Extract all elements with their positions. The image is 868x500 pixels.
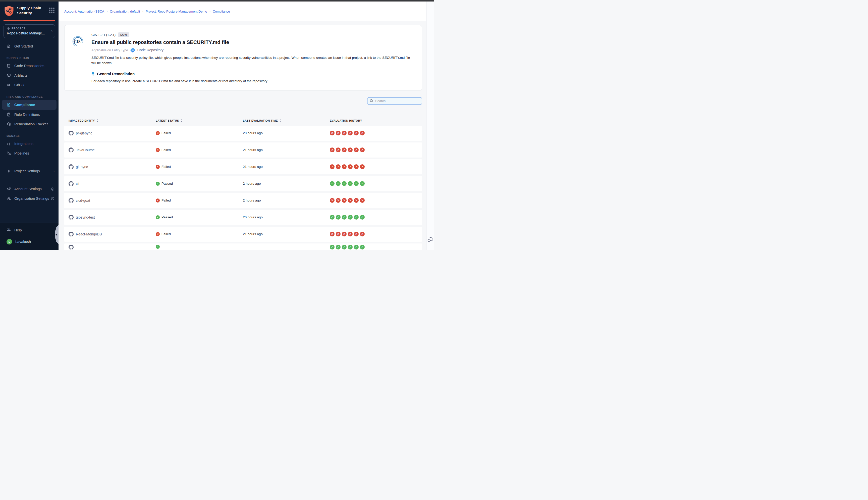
history-failed-icon[interactable]: ✕ <box>354 232 359 236</box>
entity-name[interactable]: cicd-goat <box>76 198 90 203</box>
sidebar-item-rule-definitions[interactable]: Rule Definitions <box>0 110 59 120</box>
breadcrumb-organization[interactable]: Organization: default <box>110 10 140 13</box>
history-failed-icon[interactable]: ✕ <box>330 130 335 135</box>
history-failed-icon[interactable]: ✕ <box>360 130 365 135</box>
breadcrumb-project[interactable]: Project: Repo Posture Management Demo <box>146 10 207 13</box>
history-passed-icon[interactable]: ✓ <box>336 215 340 219</box>
sidebar-item-label: Project Settings <box>14 169 40 173</box>
history-failed-icon[interactable]: ✕ <box>336 147 340 152</box>
table-row[interactable]: git-sync ✕ Failed 21 hours ago ✕✕✕✕✕✕ <box>64 159 422 174</box>
table-row[interactable]: ✓ ✓✓✓✓✓✓ <box>64 243 422 250</box>
history-passed-icon[interactable]: ✓ <box>354 215 359 219</box>
history-failed-icon[interactable]: ✕ <box>342 147 347 152</box>
sidebar-item-artifacts[interactable]: Artifacts <box>0 71 59 80</box>
sidebar-item-remediation-tracker[interactable]: Remediation Tracker <box>0 120 59 129</box>
entity-name[interactable]: pr-git-sync <box>76 131 92 135</box>
github-icon <box>69 164 73 169</box>
history-failed-icon[interactable]: ✕ <box>348 147 352 152</box>
sidebar-item-get-started[interactable]: Get Started <box>0 42 59 51</box>
history-failed-icon[interactable]: ✕ <box>330 164 335 169</box>
history-failed-icon[interactable]: ✕ <box>348 198 352 203</box>
entity-name[interactable]: React-MongoDB <box>76 232 102 236</box>
history-passed-icon[interactable]: ✓ <box>336 245 340 250</box>
breadcrumb-compliance[interactable]: Compliance <box>213 10 230 13</box>
app-switcher-grid-icon[interactable] <box>49 8 55 13</box>
table-row[interactable]: cli ✓ Passed 2 hours ago ✓✓✓✓✓✓ <box>64 176 422 191</box>
sidebar-item-project-settings[interactable]: Project Settings › <box>0 166 59 176</box>
history-failed-icon[interactable]: ✕ <box>336 164 340 169</box>
table-row[interactable]: JavaCourse ✕ Failed 21 hours ago ✕✕✕✕✕✕ <box>64 143 422 158</box>
sidebar-item-code-repositories[interactable]: Code Repositories <box>0 61 59 71</box>
history-passed-icon[interactable]: ✓ <box>348 181 352 186</box>
history-failed-icon[interactable]: ✕ <box>354 164 359 169</box>
entity-name[interactable]: cli <box>76 182 79 186</box>
entity-name[interactable]: git-sync-test <box>76 215 95 219</box>
github-icon <box>69 215 73 220</box>
history-failed-icon[interactable]: ✕ <box>330 147 335 152</box>
sidebar-item-account-settings[interactable]: Account Settings <box>0 184 59 194</box>
history-passed-icon[interactable]: ✓ <box>360 215 365 219</box>
sidebar-item-compliance[interactable]: Compliance <box>2 100 57 110</box>
history-failed-icon[interactable]: ✕ <box>360 147 365 152</box>
info-icon[interactable] <box>51 197 55 201</box>
history-failed-icon[interactable]: ✕ <box>354 147 359 152</box>
history-failed-icon[interactable]: ✕ <box>348 130 352 135</box>
history-passed-icon[interactable]: ✓ <box>360 181 365 186</box>
history-failed-icon[interactable]: ✕ <box>348 164 352 169</box>
table-row[interactable]: git-sync-test ✓ Passed 20 hours ago ✓✓✓✓… <box>64 210 422 225</box>
history-failed-icon[interactable]: ✕ <box>330 232 335 236</box>
history-passed-icon[interactable]: ✓ <box>330 181 335 186</box>
history-passed-icon[interactable]: ✓ <box>348 245 352 250</box>
table-header: IMPACTED ENTITY LATEST STATUS LAST EVALU… <box>64 119 422 122</box>
history-passed-icon[interactable]: ✓ <box>348 215 352 219</box>
column-last-evaluation-time[interactable]: LAST EVALUATION TIME <box>243 119 330 122</box>
history-passed-icon[interactable]: ✓ <box>336 181 340 186</box>
project-selector[interactable]: PROJECT Repo Posture Manage... › <box>3 24 55 38</box>
history-failed-icon[interactable]: ✕ <box>342 164 347 169</box>
history-passed-icon[interactable]: ✓ <box>330 245 335 250</box>
history-passed-icon[interactable]: ✓ <box>342 181 347 186</box>
breadcrumb-account[interactable]: Account: Automation-SSCA <box>64 10 104 13</box>
column-impacted-entity[interactable]: IMPACTED ENTITY <box>69 119 156 122</box>
history-passed-icon[interactable]: ✓ <box>354 245 359 250</box>
sidebar-item-pipelines[interactable]: Pipelines <box>0 148 59 158</box>
sidebar-item-label: Help <box>14 228 22 232</box>
history-failed-icon[interactable]: ✕ <box>342 232 347 236</box>
history-passed-icon[interactable]: ✓ <box>354 181 359 186</box>
column-latest-status[interactable]: LATEST STATUS <box>156 119 243 122</box>
status-label: Passed <box>162 215 173 219</box>
table-row[interactable]: React-MongoDB ✕ Failed 21 hours ago ✕✕✕✕… <box>64 227 422 242</box>
table-row[interactable]: cicd-goat ✕ Failed 2 hours ago ✕✕✕✕✕✕ <box>64 193 422 208</box>
history-failed-icon[interactable]: ✕ <box>342 130 347 135</box>
user-menu[interactable]: L Lavakush <box>0 237 59 247</box>
history-passed-icon[interactable]: ✓ <box>360 245 365 250</box>
history-failed-icon[interactable]: ✕ <box>360 198 365 203</box>
support-chat-icon[interactable] <box>427 236 433 243</box>
history-passed-icon[interactable]: ✓ <box>342 215 347 219</box>
history-failed-icon[interactable]: ✕ <box>354 130 359 135</box>
entity-name[interactable]: git-sync <box>76 165 88 169</box>
history-failed-icon[interactable]: ✕ <box>360 232 365 236</box>
history-failed-icon[interactable]: ✕ <box>342 198 347 203</box>
entity-name[interactable]: JavaCourse <box>76 148 95 152</box>
search-input[interactable] <box>375 99 419 103</box>
history-passed-icon[interactable]: ✓ <box>330 215 335 219</box>
sidebar-item-integrations[interactable]: Integrations <box>0 139 59 148</box>
history-failed-icon[interactable]: ✕ <box>336 232 340 236</box>
history-failed-icon[interactable]: ✕ <box>360 164 365 169</box>
history-failed-icon[interactable]: ✕ <box>330 198 335 203</box>
history-failed-icon[interactable]: ✕ <box>354 198 359 203</box>
sidebar-item-help[interactable]: ? Help <box>0 225 59 235</box>
sidebar-item-label: Code Repositories <box>14 64 44 68</box>
sidebar-item-cicd[interactable]: CI/CD <box>0 80 59 90</box>
info-icon[interactable] <box>51 187 55 191</box>
project-label: PROJECT <box>12 27 26 30</box>
sidebar-item-organization-settings[interactable]: Organization Settings <box>0 194 59 203</box>
gear-icon <box>7 169 11 173</box>
history-passed-icon[interactable]: ✓ <box>342 245 347 250</box>
history-failed-icon[interactable]: ✕ <box>348 232 352 236</box>
history-failed-icon[interactable]: ✕ <box>336 198 340 203</box>
history-failed-icon[interactable]: ✕ <box>336 130 340 135</box>
table-row[interactable]: pr-git-sync ✕ Failed 20 hours ago ✕✕✕✕✕✕ <box>64 126 422 141</box>
entity-type-link[interactable]: Code Repository <box>137 48 163 52</box>
